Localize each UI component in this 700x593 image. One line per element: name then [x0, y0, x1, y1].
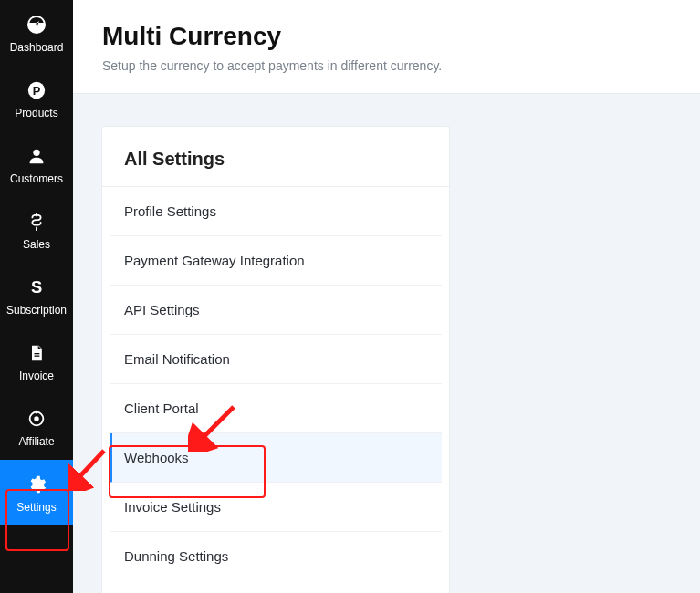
settings-panel: All Settings Profile Settings Payment Ga… [102, 127, 449, 593]
panel-title: All Settings [102, 127, 449, 186]
sidebar-item-invoice[interactable]: Invoice [0, 328, 73, 394]
sales-icon [24, 209, 49, 234]
customers-icon [24, 143, 49, 169]
settings-item-invoice[interactable]: Invoice Settings [110, 483, 442, 532]
sidebar-item-label: Sales [23, 238, 50, 251]
content: All Settings Profile Settings Payment Ga… [73, 94, 700, 593]
sidebar-item-settings[interactable]: Settings [0, 460, 73, 525]
page-header: Multi Currency Setup the currency to acc… [73, 0, 700, 94]
sidebar-item-customers[interactable]: Customers [0, 131, 73, 197]
gear-icon [24, 472, 49, 497]
svg-point-6 [34, 416, 39, 421]
sidebar-item-label: Products [15, 107, 57, 120]
sidebar-item-subscription[interactable]: S Subscription [0, 263, 73, 328]
sidebar-item-label: Subscription [6, 304, 67, 317]
sidebar-item-affiliate[interactable]: Affiliate [0, 394, 73, 460]
settings-list: Profile Settings Payment Gateway Integra… [102, 187, 449, 593]
products-icon: P [24, 78, 49, 103]
sidebar-item-products[interactable]: P Products [0, 66, 73, 131]
invoice-icon [24, 340, 49, 366]
sidebar-item-label: Customers [10, 172, 63, 185]
sidebar: Dashboard P Products Customers Sales S S… [0, 0, 73, 593]
sidebar-item-label: Affiliate [18, 435, 54, 448]
settings-item-webhooks[interactable]: Webhooks [110, 433, 442, 483]
sidebar-item-sales[interactable]: Sales [0, 197, 73, 263]
dashboard-icon [24, 12, 49, 37]
main: Multi Currency Setup the currency to acc… [73, 0, 700, 593]
svg-text:P: P [33, 84, 41, 98]
svg-rect-4 [35, 353, 40, 354]
svg-rect-5 [35, 356, 40, 357]
settings-item-payment-gateway[interactable]: Payment Gateway Integration [110, 236, 442, 286]
sidebar-item-dashboard[interactable]: Dashboard [0, 0, 73, 66]
settings-item-email[interactable]: Email Notification [110, 335, 442, 384]
settings-item-profile[interactable]: Profile Settings [110, 187, 442, 236]
sidebar-item-label: Invoice [19, 369, 54, 382]
settings-item-api[interactable]: API Settings [110, 286, 442, 335]
sidebar-item-label: Dashboard [10, 41, 64, 54]
subscription-icon: S [24, 275, 49, 300]
svg-text:S: S [31, 277, 42, 296]
affiliate-icon [24, 406, 49, 432]
sidebar-item-label: Settings [16, 501, 56, 514]
svg-point-2 [33, 150, 39, 156]
settings-item-dunning[interactable]: Dunning Settings [110, 532, 442, 580]
settings-item-client-portal[interactable]: Client Portal [110, 384, 442, 433]
page-subtitle: Setup the currency to accept payments in… [102, 58, 671, 73]
page-title: Multi Currency [102, 22, 671, 51]
